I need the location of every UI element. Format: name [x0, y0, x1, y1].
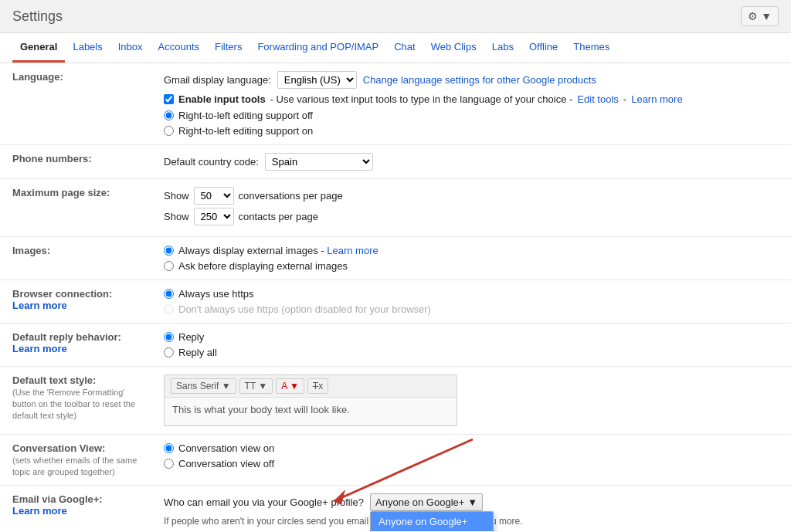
- email-via-google-content: Who can email you via your Google+ profi…: [154, 486, 791, 533]
- conv-view-off-label: Conversation view off: [178, 458, 274, 469]
- settings-nav: GeneralLabelsInboxAccountsFiltersForward…: [0, 33, 791, 63]
- remove-formatting-button[interactable]: Tx: [307, 378, 328, 394]
- dropdown-arrow-icon: ▼: [467, 496, 477, 508]
- default-reply-label: Default reply behavior: Learn more: [0, 324, 154, 367]
- enable-input-tools-checkbox[interactable]: [164, 94, 174, 104]
- who-can-label: Who can email you via your Google+ profi…: [164, 496, 364, 508]
- gear-button[interactable]: ⚙ ▼: [741, 6, 779, 26]
- text-editor-toolbar: Sans Serif ▼ TT ▼ A ▼ Tx: [165, 375, 457, 398]
- font-size-button[interactable]: TT ▼: [239, 378, 273, 394]
- max-page-size-label: Maximum page size:: [0, 179, 154, 237]
- phone-numbers-content: Default country code: Spain: [154, 145, 791, 179]
- language-row: Language: Gmail display language: Englis…: [0, 63, 791, 145]
- email-via-google-label: Email via Google+: Learn more: [0, 486, 154, 533]
- display-language-label: Gmail display language:: [164, 74, 271, 86]
- text-editor-box: Sans Serif ▼ TT ▼ A ▼ Tx This is what yo…: [164, 374, 457, 426]
- dont-always-https-label: Don't always use https (option disabled …: [178, 303, 431, 315]
- google-plus-dropdown[interactable]: Anyone on Google+ ▼: [370, 493, 483, 511]
- font-color-button[interactable]: A ▼: [276, 378, 304, 394]
- conversations-select[interactable]: 50 25 100: [194, 187, 234, 205]
- nav-item-filters[interactable]: Filters: [207, 33, 250, 63]
- reply-radio[interactable]: [164, 332, 174, 342]
- learn-more-browser-link[interactable]: Learn more: [12, 300, 67, 311]
- text-editor-body: This is what your body text will look li…: [165, 398, 457, 425]
- rtl-on-label: Right-to-left editing support on: [178, 125, 313, 137]
- max-page-size-row: Maximum page size: Show 50 25 100 conver…: [0, 179, 791, 237]
- default-reply-content: Reply Reply all: [154, 324, 791, 367]
- gear-icon: ⚙ ▼: [748, 10, 772, 22]
- learn-more-link-language[interactable]: Learn more: [631, 93, 682, 105]
- always-https-label: Always use https: [178, 288, 254, 300]
- nav-item-accounts[interactable]: Accounts: [151, 33, 207, 63]
- ask-before-radio[interactable]: [164, 261, 174, 271]
- always-https-radio[interactable]: [164, 289, 174, 299]
- show-label-2: Show: [164, 211, 189, 222]
- learn-more-google-link[interactable]: Learn more: [12, 505, 67, 517]
- option-anyone[interactable]: Anyone on Google+: [371, 512, 493, 531]
- show-label-1: Show: [164, 190, 189, 202]
- enable-input-tools-label: Enable input tools: [178, 93, 266, 105]
- change-language-link[interactable]: Change language settings for other Googl…: [363, 74, 596, 86]
- nav-item-general[interactable]: General: [12, 33, 65, 63]
- rtl-off-radio[interactable]: [164, 110, 174, 120]
- browser-connection-label: Browser connection: Learn more: [0, 280, 154, 324]
- reply-all-radio[interactable]: [164, 347, 174, 357]
- contacts-select[interactable]: 250 50 100: [194, 208, 234, 225]
- title-bar: Settings ⚙ ▼: [0, 0, 791, 33]
- default-text-style-label: Default text style: (Use the 'Remove For…: [0, 367, 154, 435]
- conv-view-off-radio[interactable]: [164, 459, 174, 469]
- reply-all-label: Reply all: [178, 347, 217, 358]
- conv-view-on-label: Conversation view on: [178, 442, 274, 454]
- learn-more-reply-link[interactable]: Learn more: [12, 343, 67, 354]
- display-language-select[interactable]: English (US): [277, 71, 357, 89]
- phone-numbers-label: Phone numbers:: [0, 145, 154, 179]
- email-via-google-row: Email via Google+: Learn more Who can em…: [0, 486, 791, 533]
- language-label: Language:: [0, 63, 154, 145]
- rtl-off-label: Right-to-left editing support off: [178, 110, 313, 121]
- page-title: Settings: [12, 8, 63, 25]
- rtl-on-radio[interactable]: [164, 126, 174, 136]
- nav-item-web-clips[interactable]: Web Clips: [423, 33, 484, 63]
- browser-connection-content: Always use https Don't always use https …: [154, 280, 791, 324]
- nav-item-labs[interactable]: Labs: [484, 33, 521, 63]
- conversation-view-content: Conversation view on Conversation view o…: [154, 435, 791, 486]
- phone-numbers-row: Phone numbers: Default country code: Spa…: [0, 145, 791, 179]
- conversation-view-label: Conversation View: (sets whether emails …: [0, 435, 154, 486]
- google-plus-dropdown-container: Anyone on Google+ ▼ Anyone on Google+ Ex…: [370, 493, 483, 511]
- browser-connection-row: Browser connection: Learn more Always us…: [0, 280, 791, 324]
- nav-item-labels[interactable]: Labels: [65, 33, 110, 63]
- default-reply-row: Default reply behavior: Learn more Reply…: [0, 324, 791, 367]
- dont-always-https-radio[interactable]: [164, 304, 174, 314]
- images-label: Images:: [0, 237, 154, 280]
- conversation-view-row: Conversation View: (sets whether emails …: [0, 435, 791, 486]
- default-country-select[interactable]: Spain: [265, 153, 373, 171]
- reply-label: Reply: [178, 331, 204, 343]
- learn-more-images-link[interactable]: Learn more: [327, 245, 378, 256]
- nav-item-chat[interactable]: Chat: [386, 33, 423, 63]
- edit-tools-link[interactable]: Edit tools: [577, 93, 618, 105]
- language-content: Gmail display language: English (US) Cha…: [154, 63, 791, 145]
- ask-before-label: Ask before displaying external images: [178, 260, 348, 272]
- images-content: Always display external images - Learn m…: [154, 237, 791, 280]
- nav-item-inbox[interactable]: Inbox: [110, 33, 151, 63]
- enable-input-tools-desc: - Use various text input tools to type i…: [270, 93, 573, 105]
- max-page-size-content: Show 50 25 100 conversations per page Sh…: [154, 179, 791, 237]
- default-text-style-sublabel: (Use the 'Remove Formatting' button on t…: [12, 388, 135, 420]
- font-select-button[interactable]: Sans Serif ▼: [171, 378, 236, 394]
- nav-item-offline[interactable]: Offline: [521, 33, 565, 63]
- conversations-unit: conversations per page: [239, 190, 343, 202]
- nav-item-themes[interactable]: Themes: [565, 33, 617, 63]
- contacts-unit: contacts per page: [239, 211, 318, 222]
- images-row: Images: Always display external images -…: [0, 237, 791, 280]
- conversation-view-sublabel: (sets whether emails of the same topic a…: [12, 456, 137, 476]
- always-display-label: Always display external images - Learn m…: [178, 245, 379, 256]
- nav-item-forwarding-and-pop/imap[interactable]: Forwarding and POP/IMAP: [250, 33, 386, 63]
- main-content: Language: Gmail display language: Englis…: [0, 63, 791, 532]
- default-country-label: Default country code:: [164, 156, 259, 168]
- conv-view-on-radio[interactable]: [164, 443, 174, 453]
- google-plus-dropdown-list: Anyone on Google+ Extended circles Circl…: [370, 511, 494, 532]
- default-text-style-content: Sans Serif ▼ TT ▼ A ▼ Tx This is what yo…: [154, 367, 791, 435]
- dropdown-selected-value: Anyone on Google+: [375, 496, 464, 508]
- default-text-style-row: Default text style: (Use the 'Remove For…: [0, 367, 791, 435]
- always-display-radio[interactable]: [164, 246, 174, 256]
